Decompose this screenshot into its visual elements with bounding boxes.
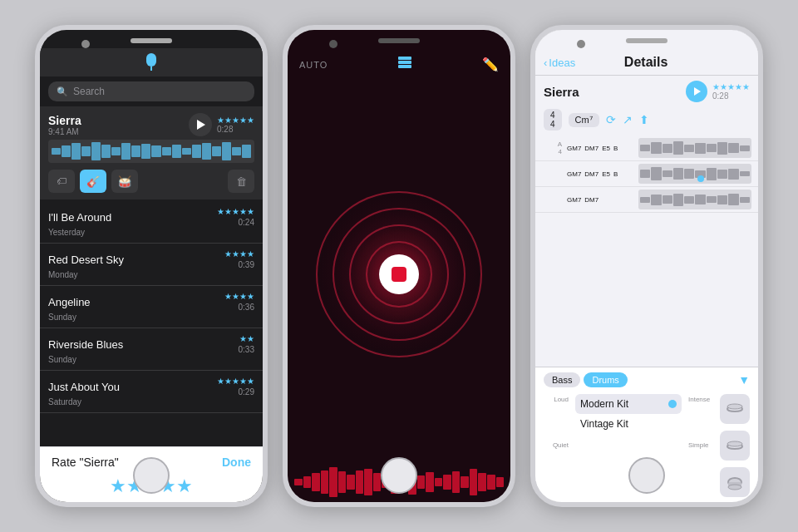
song-duration: 0:33	[239, 345, 254, 354]
p3-play-button[interactable]	[686, 81, 707, 102]
tag-button[interactable]: 🏷	[48, 170, 75, 193]
chord: DM7	[584, 170, 598, 178]
song-item[interactable]: Angeline ★★★★ 0:36 Sunday	[40, 286, 263, 328]
song-duration: 0:24	[239, 218, 254, 227]
song-date: Sunday	[48, 313, 254, 322]
p3-play-triangle	[694, 87, 701, 96]
vintage-kit-item[interactable]: Vintage Kit	[575, 414, 682, 434]
wbar	[684, 169, 694, 179]
chord: E5	[602, 145, 610, 152]
search-bar[interactable]: 🔍 Search	[48, 81, 254, 101]
wave-inner	[638, 190, 751, 209]
p3-stars: ★★★★★	[712, 82, 750, 91]
phone-3-home-button[interactable]	[628, 457, 665, 494]
wbar	[172, 145, 181, 159]
record-button[interactable]	[379, 254, 419, 294]
cymbal-icon-1	[720, 394, 750, 424]
modern-kit-item[interactable]: Modern Kit	[575, 394, 682, 414]
track-marker	[697, 175, 704, 182]
drums-button[interactable]: 🥁	[111, 170, 138, 193]
p2-wbar	[329, 467, 337, 497]
track-waveform[interactable]	[638, 138, 751, 158]
kit-intensity-axis: Intense Simple	[688, 394, 713, 451]
rate-done-button[interactable]: Done	[222, 456, 251, 469]
p2-wbar	[478, 473, 486, 491]
song-date: Sunday	[48, 355, 254, 364]
drums-tab[interactable]: Drums	[584, 372, 627, 387]
trash-button[interactable]: 🗑	[228, 170, 254, 193]
bass-tab[interactable]: Bass	[544, 372, 580, 387]
wbar	[663, 195, 672, 204]
phone-2-camera	[329, 40, 337, 48]
phone-2-top-bar	[288, 30, 510, 48]
phone-1-camera	[81, 40, 90, 48]
phone-3-inner: ‹ Ideas Details Sierra	[535, 30, 758, 502]
song-duration: 0:36	[239, 303, 254, 312]
wbar	[91, 142, 101, 160]
chord-tag[interactable]: Cm⁷	[569, 113, 599, 127]
p3-stars-dur: ★★★★★ 0:28	[712, 82, 750, 101]
back-label: Ideas	[549, 57, 575, 69]
wbar	[182, 148, 191, 154]
pencil-icon[interactable]: ✏️	[482, 57, 499, 72]
now-playing-card: Sierra 9:41 AM ★★★★★ 0:28	[40, 106, 263, 200]
play-button[interactable]	[189, 113, 212, 136]
phone-2-screen: AUTO ✏️	[288, 48, 510, 502]
cymbal-icon-2	[720, 431, 750, 461]
wbar	[212, 146, 221, 156]
back-button[interactable]: ‹ Ideas	[544, 57, 575, 69]
chord: GM7	[567, 170, 581, 178]
loop-icon[interactable]: ⟳	[606, 113, 616, 126]
guitar-button[interactable]: 🎸	[80, 170, 106, 193]
track-waveform[interactable]	[638, 190, 751, 209]
phone-3-speaker	[626, 38, 667, 43]
wbar	[640, 170, 650, 178]
chord: GM7	[567, 145, 581, 152]
phone-1-home-button[interactable]	[133, 457, 170, 494]
p3-header-right: ★★★★★ 0:28	[686, 81, 750, 102]
p2-wbar	[364, 469, 372, 495]
wbar	[651, 167, 661, 180]
song-item[interactable]: I'll Be Around ★★★★★ 0:24 Yesterday	[40, 201, 263, 244]
phone-2-home-button[interactable]	[381, 457, 417, 494]
chord: B	[613, 145, 618, 152]
song-item[interactable]: Red Desert Sky ★★★★ 0:39 Monday	[40, 244, 263, 286]
np-title: Sierra	[48, 114, 81, 127]
wbar	[740, 145, 750, 151]
wbar	[673, 194, 683, 206]
track-chords: GM7 DM7 E5 B	[567, 145, 633, 152]
dropdown-arrow-icon[interactable]: ▼	[738, 373, 750, 387]
search-icon: 🔍	[57, 86, 68, 97]
track-waveform[interactable]	[638, 164, 751, 184]
track-label: A4	[542, 140, 562, 155]
share-icon[interactable]: ↗	[623, 113, 633, 126]
wbar	[663, 170, 672, 177]
chord: DM7	[584, 145, 598, 152]
svg-rect-1	[398, 61, 411, 64]
track-row: A4 GM7 DM7 E5 B	[535, 135, 758, 161]
phone-2-inner: AUTO ✏️	[288, 30, 510, 502]
kit-axis-labels: Loud Quiet	[544, 394, 569, 451]
record-ripples	[379, 81, 419, 467]
wbar	[222, 142, 231, 160]
p3-meta-row: 44 Cm⁷ ⟳ ↗ ⬆	[535, 106, 758, 134]
vintage-kit-label: Vintage Kit	[580, 418, 628, 430]
wbar	[707, 144, 717, 152]
export-icon[interactable]: ⬆	[639, 113, 649, 126]
song-right: ★★★★ 0:36	[224, 292, 254, 312]
wbar	[651, 142, 661, 154]
song-right: ★★★★★ 0:29	[217, 377, 254, 397]
svg-point-4	[727, 404, 742, 409]
wbar	[673, 168, 683, 180]
song-item[interactable]: Just About You ★★★★★ 0:29 Saturday	[40, 371, 263, 413]
chord: B	[613, 170, 618, 178]
wave-inner	[638, 164, 751, 184]
wbar	[740, 171, 750, 176]
song-item[interactable]: Riverside Blues ★★ 0:33 Sunday	[40, 328, 263, 371]
phone-1-top-bar	[40, 30, 263, 48]
p3-song-title: Sierra	[544, 85, 579, 99]
np-time: 9:41 AM	[48, 127, 81, 136]
wbar	[62, 145, 71, 157]
wbar	[717, 142, 727, 155]
layer-icon	[397, 55, 413, 74]
